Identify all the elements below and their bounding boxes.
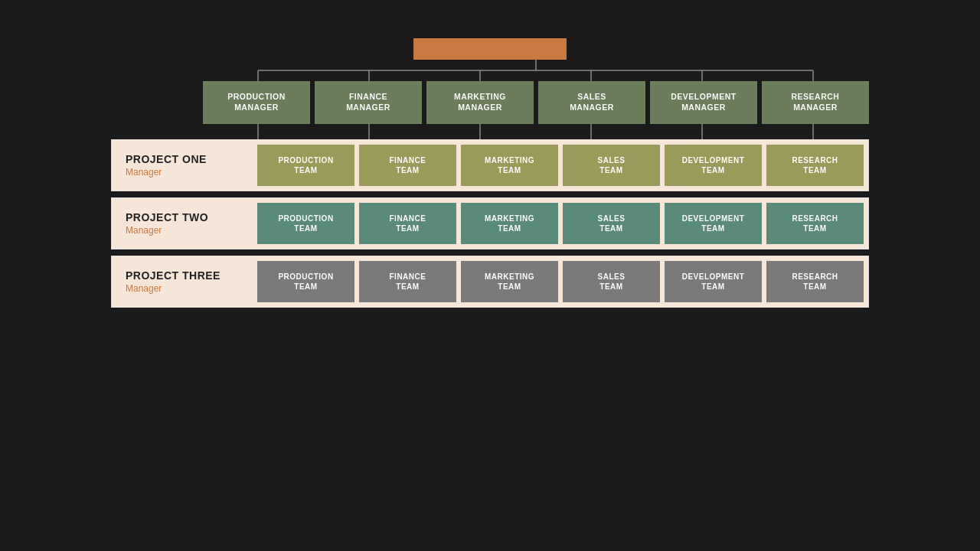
project-row-0: PROJECT ONEManagerPRODUCTION TEAMFINANCE… — [111, 139, 869, 191]
team-box-2-3: SALES TEAM — [563, 261, 660, 302]
project-name-1: PROJECT TWO — [126, 211, 243, 223]
page: PRODUCTION MANAGERFINANCE MANAGERMARKETI… — [0, 0, 980, 551]
chart-area: PRODUCTION MANAGERFINANCE MANAGERMARKETI… — [28, 38, 952, 536]
projects-area: PROJECT ONEManagerPRODUCTION TEAMFINANCE… — [111, 139, 869, 308]
manager-box-4: DEVELOPMENT MANAGER — [650, 81, 757, 124]
manager-box-2: MARKETING MANAGER — [426, 81, 534, 124]
project-name-2: PROJECT THREE — [126, 269, 243, 282]
project-label-2: PROJECT THREEManager — [112, 256, 257, 307]
manager-box-5: RESEARCH MANAGER — [762, 81, 869, 124]
project-manager-label-1: Manager — [126, 225, 243, 236]
manager-box-1: FINANCE MANAGER — [315, 81, 422, 124]
project-label-0: PROJECT ONEManager — [112, 140, 257, 191]
team-box-2-2: MARKETING TEAM — [461, 261, 558, 302]
team-box-1-3: SALES TEAM — [563, 203, 660, 244]
team-box-1-2: MARKETING TEAM — [461, 203, 558, 244]
project-row-1: PROJECT TWOManagerPRODUCTION TEAMFINANCE… — [111, 197, 869, 249]
team-box-2-1: FINANCE TEAM — [359, 261, 456, 302]
team-box-0-0: PRODUCTION TEAM — [257, 145, 354, 186]
team-box-1-5: RESEARCH TEAM — [766, 203, 864, 244]
project-label-1: PROJECT TWOManager — [112, 198, 257, 249]
project-name-0: PROJECT ONE — [126, 153, 243, 165]
team-box-0-3: SALES TEAM — [563, 145, 660, 186]
team-box-0-5: RESEARCH TEAM — [766, 145, 864, 186]
manager-box-0: PRODUCTION MANAGER — [203, 81, 310, 124]
project-manager-label-2: Manager — [126, 283, 243, 294]
team-cells-0: PRODUCTION TEAMFINANCE TEAMMARKETING TEA… — [257, 140, 868, 191]
team-box-1-0: PRODUCTION TEAM — [257, 203, 354, 244]
team-box-2-4: DEVELOPMENT TEAM — [665, 261, 762, 302]
team-box-0-1: FINANCE TEAM — [359, 145, 456, 186]
team-box-2-5: RESEARCH TEAM — [766, 261, 864, 302]
project-row-2: PROJECT THREEManagerPRODUCTION TEAMFINAN… — [111, 256, 869, 308]
team-box-2-0: PRODUCTION TEAM — [257, 261, 354, 302]
team-cells-2: PRODUCTION TEAMFINANCE TEAMMARKETING TEA… — [257, 256, 868, 307]
gm-box — [413, 38, 567, 60]
team-box-0-4: DEVELOPMENT TEAM — [665, 145, 762, 186]
team-cells-1: PRODUCTION TEAMFINANCE TEAMMARKETING TEA… — [257, 198, 868, 249]
top-connector-area — [203, 60, 869, 81]
team-box-1-1: FINANCE TEAM — [359, 203, 456, 244]
team-box-1-4: DEVELOPMENT TEAM — [665, 203, 762, 244]
team-box-0-2: MARKETING TEAM — [461, 145, 558, 186]
mid-connector-area — [203, 124, 869, 139]
managers-row: PRODUCTION MANAGERFINANCE MANAGERMARKETI… — [203, 81, 869, 124]
project-manager-label-0: Manager — [126, 167, 243, 178]
manager-box-3: SALES MANAGER — [538, 81, 645, 124]
